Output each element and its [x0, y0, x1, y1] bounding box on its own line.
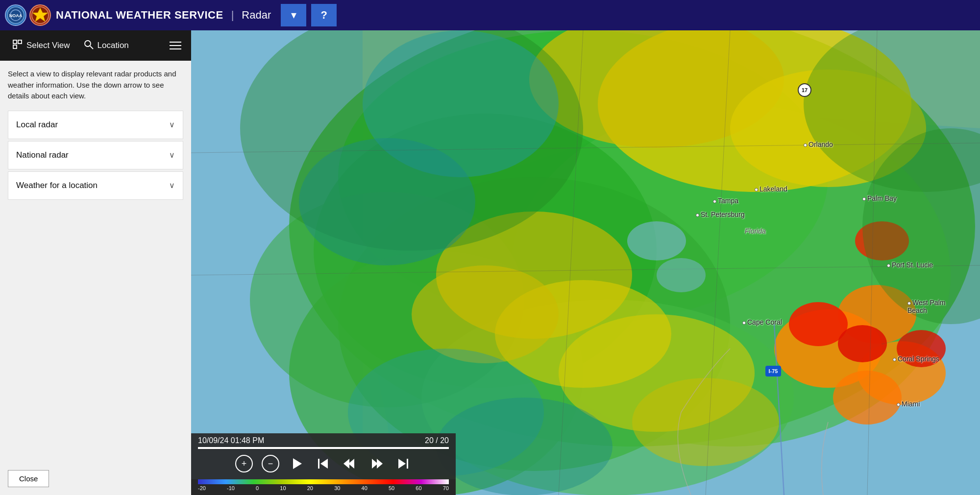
- svg-marker-58: [377, 459, 383, 469]
- player-zoom-in-button[interactable]: +: [235, 455, 253, 472]
- scale-label-40: 40: [362, 485, 368, 491]
- svg-marker-54: [320, 459, 328, 469]
- tab-location[interactable]: Location: [77, 30, 136, 61]
- radar-label: Radar: [242, 9, 271, 22]
- player-step-back-button[interactable]: [341, 455, 359, 472]
- player-play-button[interactable]: [288, 455, 306, 472]
- interstate-75-badge: I-75: [765, 366, 781, 377]
- svg-point-51: [657, 258, 706, 292]
- select-view-icon: [13, 40, 23, 52]
- svg-point-41: [299, 138, 475, 265]
- header-divider: |: [231, 9, 234, 22]
- scale-label-20: 20: [307, 485, 313, 491]
- map-label-lakeland: Lakeland: [755, 185, 787, 193]
- scale-label-70: 70: [443, 485, 449, 491]
- header: NOAA NATIONAL WEATHER SERVICE | Radar ▾ …: [0, 0, 980, 30]
- player-time-row: 10/09/24 01:48 PM 20 / 20: [191, 433, 456, 447]
- map-label-florida: Florida: [745, 227, 766, 235]
- svg-point-43: [436, 398, 612, 495]
- scale-label-n20: -20: [198, 485, 206, 491]
- scale-label-n10: -10: [227, 485, 235, 491]
- svg-rect-53: [318, 459, 319, 469]
- scale-label-60: 60: [416, 485, 421, 491]
- player-step-forward-button[interactable]: [368, 455, 385, 472]
- header-help-button[interactable]: ?: [311, 4, 337, 26]
- svg-marker-60: [398, 459, 406, 469]
- route-17-badge: 17: [798, 83, 811, 97]
- sidebar-content: Select a view to display relevant radar …: [0, 61, 191, 466]
- sidebar-menu-button[interactable]: [166, 38, 185, 53]
- accordion-local-radar[interactable]: Local radar ∨: [8, 111, 183, 139]
- hamburger-line-3: [170, 48, 181, 49]
- svg-marker-52: [293, 458, 302, 469]
- nws-logo: [29, 4, 51, 26]
- tab-select-view-label: Select View: [26, 41, 70, 50]
- player-progress-bar[interactable]: [198, 447, 449, 449]
- sidebar-topbar: Select View Location: [0, 30, 191, 61]
- header-dropdown-button[interactable]: ▾: [281, 4, 306, 26]
- tab-select-view[interactable]: Select View: [6, 30, 77, 61]
- map-area[interactable]: 17 Orlando Tampa Lakeland St. Petersburg…: [191, 30, 980, 495]
- svg-rect-59: [407, 459, 408, 469]
- site-title: NATIONAL WEATHER SERVICE: [56, 9, 223, 22]
- svg-point-26: [412, 265, 559, 363]
- svg-point-34: [838, 325, 887, 362]
- close-button[interactable]: Close: [8, 470, 49, 487]
- hamburger-line-2: [170, 45, 181, 46]
- player-controls: + −: [191, 452, 456, 477]
- player-progress-fill: [198, 447, 449, 449]
- accordion-national-radar-header[interactable]: National radar ∨: [8, 141, 183, 169]
- map-label-stpete: St. Petersburg: [696, 211, 745, 218]
- scale-label-30: 30: [334, 485, 340, 491]
- player-bar: 10/09/24 01:48 PM 20 / 20 + −: [191, 433, 456, 495]
- logo-group: NOAA: [5, 4, 51, 26]
- svg-point-50: [627, 221, 686, 260]
- scale-label-10: 10: [280, 485, 286, 491]
- location-search-icon: [84, 40, 94, 52]
- accordion-national-radar-chevron: ∨: [169, 150, 175, 160]
- svg-point-8: [85, 41, 91, 47]
- map-label-tampa: Tampa: [713, 197, 738, 205]
- accordion-weather-location-header[interactable]: Weather for a location ∨: [8, 172, 183, 199]
- map-label-palmbay: Palm Bay: [862, 194, 897, 202]
- map-label-coralsprings: Coral Springs: [893, 355, 939, 363]
- player-datetime: 10/09/24 01:48 PM: [198, 436, 264, 445]
- accordion-local-radar-label: Local radar: [16, 120, 58, 130]
- accordion-national-radar-label: National radar: [16, 150, 69, 160]
- svg-rect-6: [13, 45, 17, 48]
- player-frame: 20 / 20: [425, 436, 449, 445]
- noaa-logo: NOAA: [5, 4, 26, 26]
- map-label-miami: Miami: [897, 400, 920, 408]
- player-skip-end-button[interactable]: [394, 455, 412, 472]
- map-label-westpalmbeach: West PalmBeach: [907, 299, 945, 314]
- accordion-local-radar-chevron: ∨: [169, 120, 175, 129]
- accordion-weather-location-chevron: ∨: [169, 181, 175, 190]
- scale-label-0: 0: [256, 485, 259, 491]
- player-skip-start-button[interactable]: [315, 455, 332, 472]
- accordion-local-radar-header[interactable]: Local radar ∨: [8, 111, 183, 139]
- main-container: Select View Location Select: [0, 30, 980, 495]
- radar-map: [191, 30, 980, 495]
- hamburger-line-1: [170, 42, 181, 43]
- svg-line-9: [90, 46, 93, 49]
- svg-point-28: [632, 378, 779, 466]
- sidebar-description: Select a view to display relevant radar …: [8, 69, 183, 102]
- sidebar: Select View Location Select: [0, 30, 191, 495]
- map-label-portstlucie: Port St. Lucie: [887, 261, 933, 269]
- svg-rect-7: [18, 40, 22, 44]
- map-label-capecoral: Cape Coral: [742, 318, 782, 326]
- accordion-national-radar[interactable]: National radar ∨: [8, 141, 183, 169]
- tab-location-label: Location: [98, 41, 129, 50]
- svg-rect-5: [13, 40, 17, 44]
- scale-label-50: 50: [389, 485, 394, 491]
- map-label-orlando: Orlando: [804, 141, 833, 148]
- player-zoom-out-button[interactable]: −: [262, 455, 279, 472]
- svg-text:NOAA: NOAA: [9, 13, 23, 18]
- accordion-weather-location-label: Weather for a location: [16, 181, 98, 190]
- svg-marker-56: [343, 459, 349, 469]
- svg-point-32: [833, 371, 902, 424]
- accordion-weather-location[interactable]: Weather for a location ∨: [8, 171, 183, 200]
